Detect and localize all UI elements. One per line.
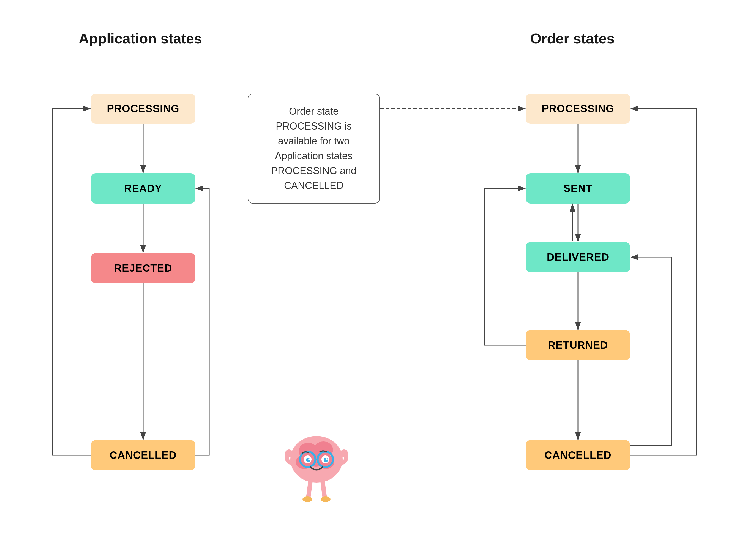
info-box: Order state PROCESSING is available for …: [248, 94, 380, 203]
svg-point-25: [326, 458, 328, 460]
app-state-cancelled: CANCELLED: [91, 440, 195, 470]
app-state-rejected: REJECTED: [91, 253, 195, 283]
order-state-sent: SENT: [526, 173, 630, 203]
mascot-svg: [281, 421, 352, 509]
app-state-ready: READY: [91, 173, 195, 203]
svg-point-22: [306, 458, 310, 462]
order-state-cancelled: CANCELLED: [526, 440, 630, 470]
svg-point-23: [324, 458, 328, 462]
order-state-returned: RETURNED: [526, 330, 630, 360]
mascot-character: [281, 421, 352, 510]
svg-point-27: [340, 449, 348, 457]
svg-point-24: [308, 458, 310, 460]
svg-point-29: [321, 497, 330, 502]
svg-point-28: [303, 497, 312, 502]
order-state-delivered: DELIVERED: [526, 242, 630, 272]
svg-point-26: [285, 449, 293, 457]
app-state-processing: PROCESSING: [91, 94, 195, 124]
app-states-header: Application states: [50, 30, 231, 47]
app-states-title: Application states: [79, 31, 202, 46]
order-state-processing: PROCESSING: [526, 94, 630, 124]
order-states-header: Order states: [462, 30, 682, 47]
order-states-title: Order states: [530, 31, 615, 46]
